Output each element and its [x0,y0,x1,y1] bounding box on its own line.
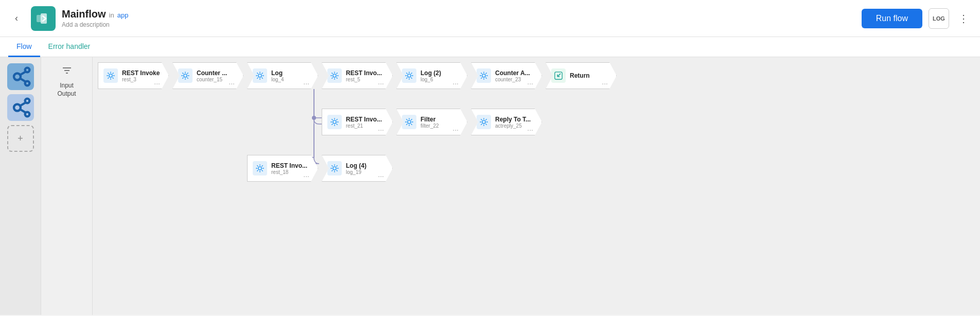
node-sub-log_19: log_19 [346,169,366,175]
node-menu-return[interactable]: ··· [602,79,608,87]
flow-nodes-container: REST Invoke rest_3 ··· Counter ... count… [93,57,980,315]
left-sidebar: + [0,57,41,315]
node-menu-rest_21[interactable]: ··· [378,126,384,134]
node-name-log_6: Log (2) [421,69,441,77]
node-log_6[interactable]: Log (2) log_6 ··· [396,62,467,89]
svg-line-6 [20,78,25,82]
svg-point-31 [333,167,336,170]
svg-line-11 [20,109,25,113]
node-menu-filter_22[interactable]: ··· [452,126,459,134]
tab-flow[interactable]: Flow [8,37,40,57]
node-menu-log_19[interactable]: ··· [378,172,384,180]
node-name-rest_3: REST Invoke [122,69,160,77]
node-rest_3[interactable]: REST Invoke rest_3 ··· [98,62,169,89]
node-actreply_25[interactable]: Reply To T... actreply_25 ··· [471,109,542,135]
node-name-counter_15: Counter ... [197,69,227,77]
app-name[interactable]: app [117,11,129,19]
title-area: Mainflow in app Add a description [62,8,862,28]
node-sub-counter_15: counter_15 [197,77,227,82]
node-icon-rest_3 [103,68,118,83]
svg-point-3 [25,68,29,73]
svg-point-28 [408,120,411,124]
main-area: + InputOutput [0,57,980,315]
node-text-counter_15: Counter ... counter_15 [197,69,227,82]
svg-point-25 [482,74,485,77]
svg-point-22 [258,74,261,77]
svg-point-24 [408,74,411,77]
node-name-log_19: Log (4) [346,162,366,169]
node-text-return: Return [570,72,590,79]
log-button[interactable]: LOG [929,8,949,29]
node-menu-actreply_25[interactable]: ··· [527,126,533,134]
node-name-rest_18: REST Invo... [271,162,307,169]
description-link[interactable]: Add a description [62,21,862,28]
in-label: in [109,11,114,19]
svg-point-21 [184,74,187,77]
node-rest_5[interactable]: REST Invo... rest_5 ··· [322,62,393,89]
node-name-log_4: Log [271,69,284,77]
node-sub-counter_23: counter_23 [495,77,530,82]
node-icon-rest_18 [253,161,267,175]
run-flow-button[interactable]: Run flow [862,9,922,28]
node-icon-actreply_25 [477,115,491,129]
node-sub-rest_18: rest_18 [271,169,307,175]
io-panel: InputOutput [41,57,93,315]
sidebar-item-connections1[interactable] [7,63,34,90]
tab-error-handler[interactable]: Error handler [40,37,99,57]
node-icon-log_4 [253,68,267,83]
flow-title: Mainflow [62,8,106,20]
node-filter_22[interactable]: Filter filter_22 ··· [396,109,467,135]
node-text-actreply_25: Reply To T... actreply_25 [495,116,531,129]
svg-line-5 [20,72,25,75]
svg-point-23 [333,74,336,77]
node-icon-counter_23 [477,68,491,83]
node-text-rest_5: REST Invo... rest_5 [346,69,382,82]
node-menu-rest_18[interactable]: ··· [303,172,309,180]
back-button[interactable]: ‹ [8,10,25,27]
node-log_4[interactable]: Log log_4 ··· [247,62,318,89]
svg-point-20 [109,74,112,77]
sidebar-item-connections2[interactable] [7,94,34,121]
tabs-bar: Flow Error handler [0,37,980,57]
node-menu-counter_23[interactable]: ··· [527,79,533,87]
node-text-counter_23: Counter A... counter_23 [495,69,530,82]
node-text-log_4: Log log_4 [271,69,284,82]
node-text-log_19: Log (4) log_19 [346,162,366,175]
node-icon-log_6 [402,68,416,83]
node-menu-counter_15[interactable]: ··· [229,79,235,87]
node-sub-filter_22: filter_22 [421,123,439,129]
svg-point-29 [482,120,485,124]
node-icon-rest_21 [327,115,342,129]
node-sub-log_4: log_4 [271,77,284,82]
node-icon-filter_22 [402,115,416,129]
svg-point-30 [258,167,261,170]
node-icon-counter_15 [178,68,192,83]
node-name-rest_21: REST Invo... [346,116,382,123]
node-return[interactable]: Return ··· [546,62,617,89]
header: ‹ Mainflow in app Add a description Run … [0,0,980,37]
svg-point-27 [333,120,336,124]
node-counter_23[interactable]: Counter A... counter_23 ··· [471,62,542,89]
svg-point-2 [14,74,21,80]
more-menu-button[interactable]: ⋮ [955,10,972,27]
node-menu-log_6[interactable]: ··· [452,79,459,87]
io-filter-button[interactable] [58,63,76,78]
node-counter_15[interactable]: Counter ... counter_15 ··· [172,62,243,89]
node-text-log_6: Log (2) log_6 [421,69,441,82]
node-menu-log_4[interactable]: ··· [303,79,309,87]
node-name-counter_23: Counter A... [495,69,530,77]
flow-canvas[interactable]: REST Invoke rest_3 ··· Counter ... count… [93,57,980,315]
node-rest_18[interactable]: REST Invo... rest_18 ··· [247,155,318,182]
app-icon [31,6,56,31]
svg-point-4 [25,81,29,86]
svg-point-9 [25,112,29,117]
node-log_19[interactable]: Log (4) log_19 ··· [322,155,393,182]
node-rest_21[interactable]: REST Invo... rest_21 ··· [322,109,393,135]
io-label: InputOutput [57,82,76,98]
node-icon-log_19 [327,161,342,175]
node-menu-rest_3[interactable]: ··· [154,79,160,87]
svg-line-10 [20,102,25,106]
sidebar-item-add[interactable]: + [7,125,34,152]
node-menu-rest_5[interactable]: ··· [378,79,384,87]
node-icon-return [551,68,566,83]
